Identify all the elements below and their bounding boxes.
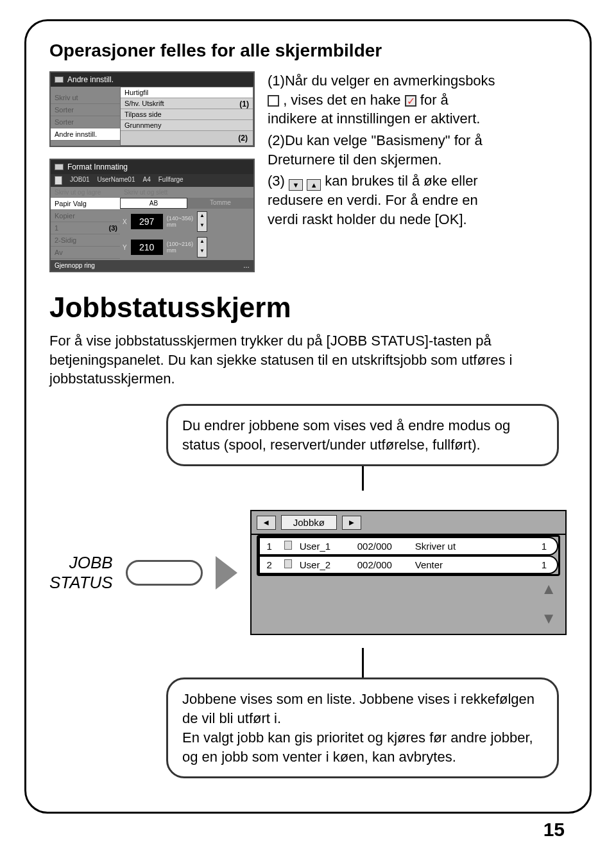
arrow-up-icon: ▲: [307, 179, 321, 191]
tab-ab[interactable]: AB: [120, 198, 187, 209]
page-title: Operasjoner felles for alle skjermbilder: [49, 40, 567, 61]
paper-select-label: Papir Valg: [51, 198, 120, 210]
page-number: 15: [24, 819, 592, 841]
sidebar-item[interactable]: Skriv ut: [51, 92, 120, 104]
callout-box-bottom: Jobbene vises som en liste. Jobbene vise…: [166, 677, 559, 778]
job-name: JOB01: [70, 176, 90, 185]
sidebar-item: Kopier: [51, 210, 120, 222]
menu-item-label: S/hv. Utskrift: [124, 100, 164, 107]
jobb-status-label-2: STATUS: [49, 573, 113, 593]
format-input-panel: Format Innmating JOB01 UserName01 A4 Ful…: [49, 159, 255, 272]
jobb-status-label-1: JOBB: [49, 553, 113, 573]
triangle-right-icon: [216, 556, 237, 590]
width-spinner[interactable]: ▲▼: [197, 211, 207, 232]
connector-line: [362, 648, 364, 677]
document-icon: [284, 541, 292, 550]
sidebar-item: 1 (3): [51, 222, 120, 234]
paper-size: A4: [143, 176, 151, 185]
grey-row: Skriv ut og slett: [120, 187, 253, 198]
menu-item[interactable]: Tilpass side: [121, 109, 253, 120]
menu-item[interactable]: Hurtigfil: [121, 87, 253, 98]
callout-3: (3): [109, 224, 117, 232]
arrow-down-icon: ▼: [289, 179, 303, 191]
jobbko-tab[interactable]: Jobbkø: [281, 515, 337, 530]
sidebar-item[interactable]: Sorter: [51, 116, 120, 128]
instructions-text: (1)Når du velger en avmerkingsboks , vis…: [268, 71, 567, 272]
next-button[interactable]: ►: [342, 516, 361, 530]
settings-menu-panel: Andre innstill. Skriv ut Sorter Sorter A…: [49, 71, 255, 147]
panel1-header: Andre innstill.: [67, 75, 114, 84]
checkbox-empty-icon: [268, 95, 279, 107]
tab-tomme[interactable]: Tomme: [187, 198, 253, 209]
panel2-header: Format Innmating: [67, 162, 128, 171]
section-body: For å vise jobbstatusskjermen trykker du…: [49, 331, 567, 389]
callout-2: (2): [121, 131, 253, 145]
width-range: (140~356) mm: [167, 215, 193, 228]
menu-item[interactable]: Grunnmeny: [121, 120, 253, 131]
document-icon: [284, 559, 292, 568]
jobb-status-button[interactable]: [126, 560, 203, 586]
sidebar-item[interactable]: Sorter: [51, 104, 120, 116]
sidebar-item: Av: [51, 247, 120, 259]
color-mode: Fullfarge: [158, 176, 184, 185]
job-row[interactable]: 1 User_1 002/000 Skriver ut 1: [259, 537, 558, 555]
sidebar-item[interactable]: Andre innstill.: [51, 128, 120, 141]
width-value[interactable]: 297: [131, 214, 163, 229]
printer-icon: [55, 164, 64, 170]
callout-box-top: Du endrer jobbene som vises ved å endre …: [166, 404, 559, 466]
height-value[interactable]: 210: [131, 240, 163, 255]
jobb-status-panel: ◄ Jobbkø ► 1 User_1 002/000 Skriver ut 1: [250, 510, 567, 635]
reopen-ring-label[interactable]: Gjennopp ring: [55, 262, 95, 269]
sidebar-item: 2-Sidig: [51, 234, 120, 247]
scroll-down-icon[interactable]: ▼: [541, 609, 556, 627]
connector-line: [362, 466, 364, 491]
job-row[interactable]: 2 User_2 002/000 Venter 1: [259, 555, 558, 574]
section-heading-jobbstatus: Jobbstatusskjerm: [49, 292, 567, 324]
scroll-up-icon[interactable]: ▲: [541, 580, 556, 598]
user-name: UserName01: [98, 176, 135, 185]
left-panels: Andre innstill. Skriv ut Sorter Sorter A…: [49, 71, 255, 272]
callout-1: (1): [239, 100, 249, 109]
prev-button[interactable]: ◄: [257, 516, 276, 530]
grey-row: Skriv ut og lagre: [51, 187, 120, 198]
height-spinner[interactable]: ▲▼: [197, 237, 207, 258]
checkbox-checked-icon: [405, 95, 416, 107]
height-range: (100~216) mm: [167, 241, 193, 254]
printer-icon: [55, 76, 64, 83]
menu-item[interactable]: S/hv. Utskrift (1): [121, 98, 253, 109]
document-icon: [55, 176, 62, 185]
